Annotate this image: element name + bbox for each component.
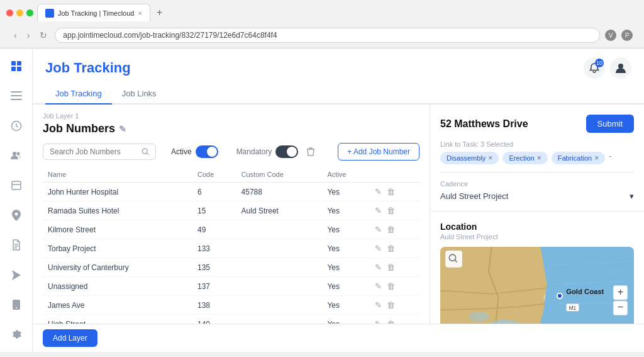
sidebar-item-clock[interactable] [6, 116, 26, 135]
row-delete-icon[interactable]: 🗑 [387, 187, 395, 196]
submit-btn[interactable]: Submit [586, 115, 634, 133]
cell-name: James Ave [43, 296, 192, 315]
cell-code: 138 [192, 296, 236, 315]
svg-point-8 [13, 152, 16, 156]
maximize-dot[interactable] [26, 9, 33, 16]
tag-erection-close[interactable]: × [537, 154, 541, 162]
page-title: Job Tracking [45, 60, 131, 76]
map-container[interactable]: Gold Coast + − © mapbox [440, 247, 634, 324]
section-title-text: Job Numbers [43, 122, 115, 135]
cadence-label: Cadence [440, 180, 634, 188]
cell-active: Yes [322, 296, 370, 315]
job-detail-title: 52 Matthews Drive [440, 118, 528, 130]
table-row: James Ave 138 Yes ✎ 🗑 [43, 296, 419, 315]
extensions-icon[interactable]: V [605, 30, 616, 41]
app: Job Tracking 10 Job Tracking Job Links J… [0, 48, 644, 352]
row-edit-icon[interactable]: ✎ [375, 263, 382, 272]
sidebar-item-location[interactable] [6, 205, 26, 225]
cell-active: Yes [322, 315, 370, 324]
table-row: Ramada Suites Hotel 15 Auld Street Yes ✎… [43, 201, 419, 220]
row-delete-icon[interactable]: 🗑 [387, 244, 395, 253]
search-box[interactable] [43, 144, 156, 160]
profile-btn[interactable] [610, 57, 631, 79]
cadence-select[interactable]: Auld Street Project ▾ [440, 191, 634, 201]
cell-actions: ✎ 🗑 [370, 239, 419, 258]
row-edit-icon[interactable]: ✎ [375, 281, 382, 291]
row-edit-icon[interactable]: ✎ [375, 206, 382, 215]
profile-icon[interactable]: P [621, 30, 633, 41]
table-row: Torbay Project 133 Yes ✎ 🗑 [43, 239, 419, 258]
minimize-dot[interactable] [16, 9, 23, 16]
cell-code: 140 [192, 315, 236, 324]
add-layer-bar: Add Layer [33, 324, 644, 352]
add-layer-btn[interactable]: Add Layer [43, 329, 97, 347]
row-edit-icon[interactable]: ✎ [375, 319, 382, 324]
sidebar-item-plane[interactable] [6, 265, 26, 285]
table-row: High Street 140 Yes ✎ 🗑 [43, 315, 419, 324]
sidebar-item-grid[interactable] [6, 56, 26, 76]
back-btn[interactable]: ‹ [11, 29, 19, 42]
sidebar-item-settings[interactable] [6, 325, 26, 344]
row-edit-icon[interactable]: ✎ [375, 225, 382, 234]
search-input[interactable] [50, 147, 138, 156]
sidebar-item-menu[interactable] [6, 86, 26, 105]
divider-1 [440, 172, 634, 173]
tab-job-tracking[interactable]: Job Tracking [45, 84, 112, 105]
header-actions: 10 [584, 57, 631, 79]
svg-rect-5 [11, 95, 22, 96]
cell-actions: ✎ 🗑 [370, 277, 419, 296]
sidebar-item-calendar[interactable] [6, 176, 26, 195]
location-subtitle: Auld Street Project [440, 233, 634, 241]
sidebar-item-document[interactable] [6, 235, 26, 254]
row-edit-icon[interactable]: ✎ [375, 187, 382, 196]
forward-btn[interactable]: › [25, 29, 33, 42]
new-tab-btn[interactable]: + [150, 4, 169, 21]
cell-custom-code: 45788 [236, 183, 323, 201]
address-bar[interactable]: app.jointimecloud.com/job-tracking/832/2… [55, 28, 600, 43]
svg-rect-3 [17, 67, 21, 71]
mandatory-toggle-group: Mandatory [236, 143, 320, 161]
svg-text:+: + [618, 286, 624, 297]
layer-label: Job Layer 1 [43, 112, 419, 120]
mandatory-toggle-switch[interactable] [275, 145, 298, 158]
tag-fabrication-close[interactable]: × [594, 154, 599, 162]
browser-tab-active[interactable]: Job Tracking | Timecloud × [37, 4, 150, 21]
notifications-btn[interactable]: 10 [584, 57, 605, 79]
cell-name: John Hunter Hospital [43, 183, 192, 201]
delete-btn[interactable] [302, 143, 319, 161]
row-delete-icon[interactable]: 🗑 [387, 225, 395, 234]
close-dot[interactable] [6, 9, 13, 16]
row-delete-icon[interactable]: 🗑 [387, 319, 395, 324]
tab-close-btn[interactable]: × [138, 9, 142, 17]
refresh-btn[interactable]: ↻ [37, 29, 50, 42]
cell-code: 49 [192, 220, 236, 239]
toolbar: Active Mandatory + Add Job Number [43, 143, 419, 161]
cadence-dropdown-icon: ▾ [630, 191, 634, 201]
row-edit-icon[interactable]: ✎ [375, 300, 382, 310]
svg-rect-0 [11, 61, 16, 65]
sidebar-item-phone[interactable] [6, 295, 26, 314]
edit-title-icon[interactable]: ✎ [119, 124, 126, 134]
tag-more-btn[interactable]: - [609, 152, 611, 164]
row-delete-icon[interactable]: 🗑 [387, 263, 395, 272]
cell-actions: ✎ 🗑 [370, 258, 419, 277]
tag-erection-label: Erection [509, 154, 534, 162]
cell-custom-code [236, 220, 323, 239]
cell-custom-code [236, 277, 323, 296]
active-toggle-switch[interactable] [196, 145, 218, 158]
tab-job-links[interactable]: Job Links [112, 84, 167, 105]
row-delete-icon[interactable]: 🗑 [387, 206, 395, 215]
row-delete-icon[interactable]: 🗑 [387, 281, 395, 291]
browser-titlebar: Job Tracking | Timecloud × + [6, 4, 638, 21]
cell-code: 15 [192, 201, 236, 220]
add-job-number-btn[interactable]: + Add Job Number [338, 143, 419, 161]
location-card: Location Auld Street Project [430, 212, 644, 324]
sidebar-item-users[interactable] [6, 145, 26, 165]
row-edit-icon[interactable]: ✎ [375, 244, 382, 253]
tag-disassembly-close[interactable]: × [488, 154, 492, 162]
mandatory-label: Mandatory [236, 147, 272, 156]
row-delete-icon[interactable]: 🗑 [387, 300, 395, 310]
map-svg: Gold Coast + − © mapbox [440, 247, 634, 324]
svg-rect-18 [445, 251, 462, 268]
svg-rect-6 [11, 99, 22, 100]
